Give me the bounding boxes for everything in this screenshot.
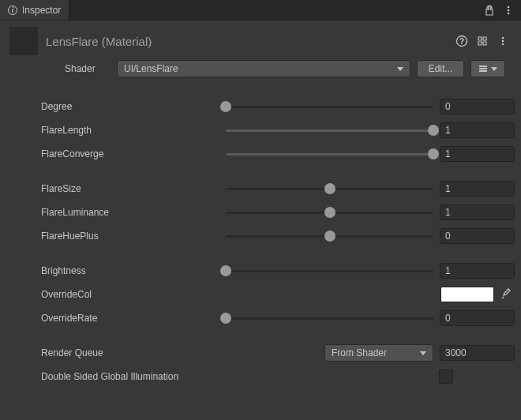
info-icon: i [8,6,17,15]
prop-label: Degree [41,101,226,112]
svg-text:?: ? [459,37,464,46]
renderqueue-field[interactable]: 3000 [440,345,515,361]
prop-label: FlareHuePlus [41,231,226,242]
list-menu-button[interactable] [470,60,505,77]
material-title: LensFlare (Material) [46,35,453,48]
flarehueplus-row: FlareHuePlus 0 [41,224,515,248]
help-icon[interactable]: ? [453,32,470,50]
flareconverge-field[interactable]: 1 [440,146,515,162]
renderqueue-row: Render Queue From Shader 3000 [41,341,515,365]
degree-slider[interactable] [226,99,433,114]
kebab-menu-icon[interactable] [500,2,516,18]
preset-icon[interactable] [474,32,491,50]
tab-label: Inspector [22,5,61,16]
material-header: LensFlare (Material) ? Shader UI/LensFla… [0,21,521,88]
flareluminance-field[interactable]: 1 [440,204,515,220]
prop-label: FlareSize [41,183,226,194]
flareluminance-slider[interactable] [226,204,433,220]
overriderate-slider[interactable] [226,310,433,326]
flarehueplus-slider[interactable] [226,228,433,244]
prop-label: OverrideCol [41,289,226,300]
degree-field[interactable]: 0 [440,99,515,114]
chevron-down-icon [420,351,426,355]
svg-point-2 [508,12,510,14]
brightness-slider[interactable] [226,263,433,279]
flaresize-field[interactable]: 1 [440,181,515,197]
prop-label: FlareLength [41,125,226,136]
prop-label: OverrideRate [41,313,226,324]
shader-value: UI/LensFlare [124,63,178,74]
kebab-menu-icon[interactable] [494,32,512,50]
doublesided-row: Double Sided Global Illumination [41,365,515,388]
flaresize-row: FlareSize 1 [41,177,515,201]
overriderate-field[interactable]: 0 [440,310,515,326]
list-icon [479,66,487,72]
inspector-tab[interactable]: i Inspector [0,0,69,20]
chevron-down-icon [491,67,497,71]
doublesided-checkbox[interactable] [439,369,453,384]
prop-label: Render Queue [41,347,226,358]
svg-point-7 [502,43,504,46]
flaresize-slider[interactable] [226,181,433,197]
eyedropper-icon[interactable] [497,286,515,303]
renderqueue-dropdown[interactable]: From Shader [324,344,433,362]
flareconverge-row: FlareConverge 1 [41,142,515,166]
svg-point-0 [508,6,510,8]
overriderate-row: OverrideRate 0 [41,306,515,330]
flareluminance-row: FlareLuminance 1 [41,201,515,224]
overridecol-row: OverrideCol [41,283,515,306]
properties-panel: Degree 0 FlareLength 1 FlareConverge 1 F… [0,88,521,388]
svg-point-6 [502,40,504,43]
prop-label: FlareConverge [41,148,226,159]
brightness-row: Brightness 1 [41,259,515,283]
degree-row: Degree 0 [41,95,515,118]
flarelength-slider[interactable] [226,122,433,138]
shader-dropdown[interactable]: UI/LensFlare [117,60,410,77]
brightness-field[interactable]: 1 [440,263,515,279]
chevron-down-icon [397,67,403,71]
svg-point-1 [508,9,510,11]
flarelength-row: FlareLength 1 [41,118,515,142]
shader-label: Shader [65,63,111,74]
overridecol-swatch[interactable] [440,287,494,302]
flareconverge-slider[interactable] [226,146,433,162]
prop-label: Brightness [41,265,226,276]
edit-button[interactable]: Edit... [417,60,464,77]
tab-bar: i Inspector [0,0,521,21]
prop-label: Double Sided Global Illumination [41,371,178,382]
lock-icon[interactable] [482,2,497,18]
flarelength-field[interactable]: 1 [440,122,515,138]
prop-label: FlareLuminance [41,207,226,218]
material-preview-icon[interactable] [9,27,38,55]
flarehueplus-field[interactable]: 0 [440,228,515,244]
svg-point-5 [502,37,504,39]
